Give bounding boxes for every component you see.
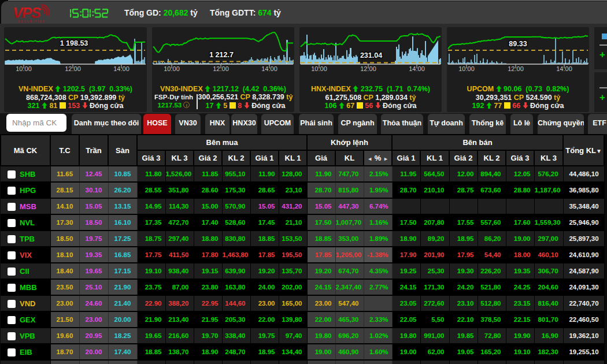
- svg-text:SECURITIES: SECURITIES: [18, 20, 46, 23]
- svg-text:VPS: VPS: [13, 4, 42, 21]
